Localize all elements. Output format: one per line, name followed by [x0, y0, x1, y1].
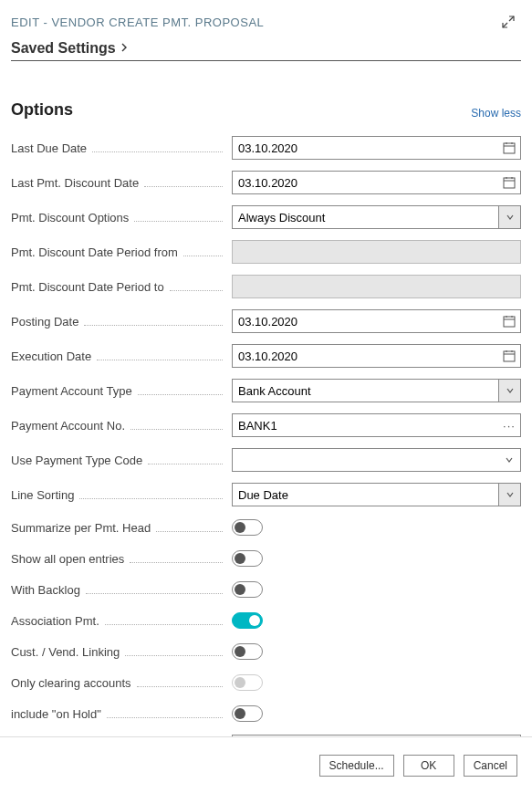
payment-account-no-input[interactable]: [232, 413, 521, 437]
chevron-down-icon: [505, 455, 514, 464]
with-backlog-toggle[interactable]: [232, 581, 263, 598]
line-sorting-label: Line Sorting: [11, 488, 74, 502]
posting-date-input[interactable]: [232, 309, 521, 333]
dropdown-button[interactable]: [498, 380, 520, 402]
include-on-hold-toggle[interactable]: [232, 705, 263, 722]
calendar-icon: [503, 141, 516, 154]
dropdown-button[interactable]: [498, 449, 520, 471]
show-less-link[interactable]: Show less: [471, 107, 521, 120]
only-clearing-accounts-label: Only clearing accounts: [11, 676, 131, 690]
window-title: EDIT - VENDOR CREATE PMT. PROPOSAL: [11, 16, 264, 29]
pmt-discount-date-from-input: [232, 240, 521, 264]
saved-settings-label: Saved Settings: [11, 40, 116, 57]
chevron-right-icon: [120, 41, 129, 56]
calendar-button[interactable]: [498, 137, 520, 159]
use-payment-type-code-input[interactable]: [232, 448, 521, 472]
with-backlog-label: With Backlog: [11, 583, 80, 597]
dropdown-button[interactable]: [498, 484, 520, 506]
cancel-button[interactable]: Cancel: [464, 755, 517, 777]
svg-rect-12: [504, 351, 515, 361]
dropdown-button[interactable]: [498, 206, 520, 228]
calendar-icon: [503, 176, 516, 189]
pmt-discount-options-select[interactable]: [232, 205, 521, 229]
lookup-button[interactable]: ···: [498, 414, 520, 436]
execution-date-input[interactable]: [232, 344, 521, 368]
last-due-date-input[interactable]: [232, 136, 521, 160]
last-due-date-label: Last Due Date: [11, 141, 87, 155]
calendar-button[interactable]: [498, 345, 520, 367]
last-pmt-discount-date-input[interactable]: [232, 171, 521, 194]
association-pmt-toggle[interactable]: [232, 612, 263, 629]
line-sorting-select[interactable]: [232, 483, 521, 506]
show-all-open-entries-toggle[interactable]: [232, 550, 263, 567]
chevron-down-icon: [506, 213, 515, 222]
calendar-button[interactable]: [498, 310, 520, 332]
payment-account-type-select[interactable]: [232, 379, 521, 402]
svg-rect-8: [504, 317, 515, 327]
use-payment-type-code-label: Use Payment Type Code: [11, 454, 142, 467]
chevron-down-icon: [506, 386, 515, 395]
svg-rect-4: [504, 178, 515, 188]
show-all-open-entries-label: Show all open entries: [11, 552, 124, 566]
pmt-discount-date-to-label: Pmt. Discount Date Period to: [11, 280, 164, 294]
schedule-button[interactable]: Schedule...: [319, 755, 394, 777]
pmt-discount-date-to-input: [232, 275, 521, 298]
last-pmt-discount-date-label: Last Pmt. Discount Date: [11, 176, 139, 190]
cust-vend-linking-toggle[interactable]: [232, 643, 263, 660]
calendar-button[interactable]: [498, 172, 520, 193]
payment-account-no-label: Payment Account No.: [11, 419, 125, 433]
pmt-discount-date-from-label: Pmt. Discount Date Period from: [11, 245, 178, 259]
chevron-down-icon: [506, 490, 515, 499]
include-on-hold-label: include "on Hold": [11, 707, 101, 721]
calendar-icon: [503, 315, 516, 328]
cust-vend-linking-label: Cust. / Vend. Linking: [11, 645, 120, 659]
calendar-icon: [503, 350, 516, 362]
summarize-per-pmt-head-label: Summarize per Pmt. Head: [11, 521, 151, 535]
payment-account-type-label: Payment Account Type: [11, 384, 132, 398]
expand-icon: [501, 15, 516, 29]
summarize-per-pmt-head-toggle[interactable]: [232, 519, 263, 536]
execution-date-label: Execution Date: [11, 350, 91, 363]
association-pmt-label: Association Pmt.: [11, 614, 99, 628]
svg-rect-0: [504, 143, 515, 153]
saved-settings-toggle[interactable]: Saved Settings: [11, 40, 521, 61]
only-clearing-accounts-toggle: [232, 674, 263, 691]
expand-window-button[interactable]: [499, 13, 517, 31]
posting-date-label: Posting Date: [11, 315, 78, 329]
ellipsis-icon: ···: [503, 419, 516, 433]
ok-button[interactable]: OK: [403, 755, 454, 777]
options-heading: Options: [11, 100, 73, 120]
scroll-area[interactable]: Options Show less Last Due Date Last Pmt…: [0, 78, 532, 736]
pmt-discount-options-label: Pmt. Discount Options: [11, 211, 129, 224]
